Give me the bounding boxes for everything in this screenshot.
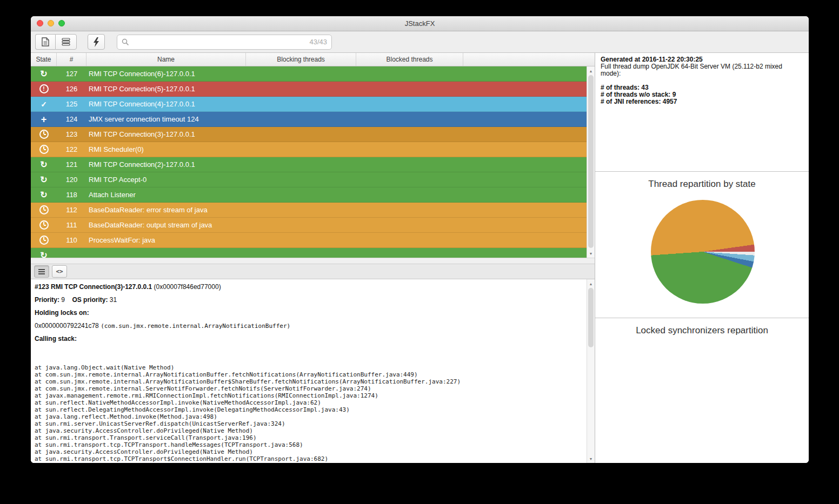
thread-name: JMX server connection timeout 124 [86,115,246,123]
stack-frame: at sun.rmi.transport.Transport.serviceCa… [35,434,584,441]
thread-id: 127 [57,70,86,78]
thread-details-title: #123 RMI TCP Connection(3)-127.0.0.1 [35,283,152,291]
thread-name: RMI Scheduler(0) [86,145,246,153]
title-bar[interactable]: JStackFX [31,16,809,31]
table-scrollbar[interactable] [587,66,595,258]
stack-frame: at com.sun.jmx.remote.internal.ArrayNoti… [35,378,584,385]
priority-value: 9 [61,296,65,304]
priority-label: Priority: [35,296,59,304]
details-scroll-down-icon[interactable] [587,455,595,462]
thread-state-cell: ✓ [31,100,57,109]
scroll-down-arrow-icon[interactable] [587,250,595,257]
thread-state-cell [31,130,57,139]
thread-name: RMI TCP Connection(2)-127.0.0.1 [86,160,246,169]
column-header-blocked-threads[interactable]: Blocked threads [356,53,463,66]
column-header-name[interactable]: Name [86,53,246,66]
split-pane-divider[interactable] [31,258,595,264]
thread-row[interactable]: ↻ [31,248,595,258]
search-field[interactable]: 43/43 [117,35,332,50]
thread-state-icon: ✓ [41,100,47,109]
os-priority-value: 31 [110,296,117,304]
lightning-icon [93,37,99,47]
thread-state-icon [39,236,49,245]
stack-frame: at com.sun.jmx.remote.internal.ServerNot… [35,385,584,392]
open-dump-file-button[interactable] [35,34,55,50]
thread-details-address: (0x00007f846ed77000) [154,283,221,291]
hamburger-icon [38,269,45,270]
stack-frame: at java.util.concurrent.ThreadPoolExecut… [35,462,584,463]
stack-frame: at com.sun.jmx.remote.internal.ArrayNoti… [35,371,584,378]
vm-description: Full thread dump OpenJDK 64-Bit Server V… [601,63,803,77]
thread-name: ProcessWaitFor: java [86,236,246,244]
table-header: State # Name Blocking threads Blocked th… [31,53,595,66]
thread-state-cell: ! [31,84,57,93]
thread-state-icon: ↻ [40,191,47,199]
thread-row[interactable]: ↻ 127 RMI TCP Connection(6)-127.0.0.1 [31,66,595,82]
thread-state-cell [31,145,57,154]
thread-name: RMI TCP Connection(3)-127.0.0.1 [86,130,246,138]
thread-state-icon [39,130,49,139]
thread-state-icon: ↻ [40,160,47,169]
thread-id: 120 [57,176,86,184]
thread-row[interactable]: 122 RMI Scheduler(0) [31,142,595,157]
dump-summary: Generated at 2016-11-22 20:30:25 Full th… [595,53,809,172]
thread-id: 110 [57,236,86,244]
calling-stack: at java.lang.Object.wait(Native Method)a… [35,350,584,463]
right-pane: Generated at 2016-11-22 20:30:25 Full th… [595,53,809,463]
stack-frame: at sun.rmi.transport.tcp.TCPTransport.ha… [35,441,584,448]
details-scrollbar-thumb[interactable] [588,288,594,347]
thread-row[interactable]: 123 RMI TCP Connection(3)-127.0.0.1 [31,127,595,142]
thread-row[interactable]: ✓ 125 RMI TCP Connection(4)-127.0.0.1 [31,97,595,112]
thread-row[interactable]: ↻ 118 Attach Listener [31,187,595,203]
thread-priority-line: Priority: 9 OS priority: 31 [35,297,584,304]
open-buttons-group [35,34,77,50]
open-running-jvm-button[interactable] [55,34,77,50]
thread-id: 125 [57,100,86,108]
code-view-toggle-button[interactable]: <> [52,265,67,278]
minimize-button[interactable] [48,20,54,26]
thread-state-icon [39,205,49,214]
desktop-background: JStackFX [0,0,839,504]
details-toolbar: <> [31,264,595,279]
thread-id: 124 [57,115,86,123]
text-view-toggle-button[interactable] [34,265,49,278]
thread-row[interactable]: ↻ 121 RMI TCP Connection(2)-127.0.0.1 [31,157,595,172]
stack-frame: at java.security.AccessController.doPriv… [35,448,584,455]
stack-frame: at sun.reflect.NativeMethodAccessorImpl.… [35,399,584,406]
thread-id: 123 [57,130,86,138]
thread-id: 112 [57,206,86,214]
locked-synchronizers-section: Locked synchronizers repartition [595,318,809,463]
zoom-button[interactable] [58,20,65,26]
thread-row[interactable]: 112 BaseDataReader: error stream of java [31,203,595,218]
window-title: JStackFX [405,19,435,28]
held-lock-line: 0x0000000792241c78 (com.sun.jmx.remote.i… [35,322,584,330]
close-button[interactable] [37,20,43,26]
stack-frame: at java.lang.reflect.Method.invoke(Metho… [35,413,584,420]
window-controls [37,20,65,26]
column-header-blocking-threads[interactable]: Blocking threads [246,53,356,66]
column-header-number[interactable]: # [57,53,86,66]
scroll-up-arrow-icon[interactable] [587,67,595,75]
thread-state-chart-title: Thread repartition by state [595,172,809,190]
thread-row[interactable]: ! 126 RMI TCP Connection(5)-127.0.0.1 [31,82,595,97]
search-input[interactable] [129,37,306,46]
thread-name: RMI TCP Accept-0 [86,176,246,184]
thread-state-cell: ↻ [31,176,57,184]
thread-row[interactable]: 110 ProcessWaitFor: java [31,233,595,248]
thread-id: 111 [57,221,86,229]
stack-frame: at sun.rmi.server.UnicastServerRef.dispa… [35,420,584,427]
thread-row[interactable]: 111 BaseDataReader: output stream of jav… [31,218,595,233]
thread-state-cell [31,205,57,214]
table-scrollbar-thumb[interactable] [588,75,594,248]
column-header-state[interactable]: State [31,53,57,66]
thread-row[interactable]: ↻ 120 RMI TCP Accept-0 [31,172,595,187]
column-header-filler [463,53,595,66]
stack-frame: at sun.rmi.transport.tcp.TCPTransport$Co… [35,455,584,462]
dump-jvm-button[interactable] [88,34,105,50]
left-pane: State # Name Blocking threads Blocked th… [31,53,595,463]
thread-row[interactable]: + 124 JMX server connection timeout 124 [31,112,595,127]
details-scrollbar[interactable] [587,279,595,463]
locked-synchronizers-title: Locked synchronizers repartition [595,318,809,336]
thread-state-cell: + [31,115,57,124]
details-scroll-up-icon[interactable] [587,280,595,287]
